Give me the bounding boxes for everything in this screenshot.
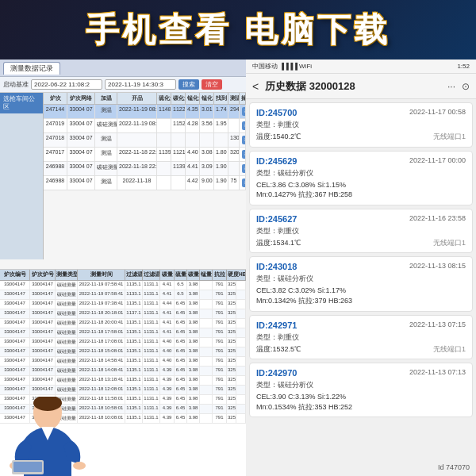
bottom-table-row[interactable]: 3300414733004147碳硅测量2022-11-18 20:00:411… — [0, 319, 246, 328]
bottom-td: 1131.1 — [143, 309, 160, 318]
td-v3: 4.35 — [186, 105, 200, 118]
bottom-td: 碳硅测量 — [56, 338, 78, 347]
bottom-td — [200, 386, 213, 394]
bottom-td: 3.98 — [187, 357, 200, 366]
record-card-1[interactable]: ID:245700 2022-11-17 00:58 类型：剥重仪 温度:154… — [249, 102, 473, 148]
bottom-td — [236, 300, 246, 309]
pc-toolbar: 测量数据记录 — [0, 60, 246, 77]
bottom-td: 6.45 — [175, 386, 187, 394]
bottom-td: 碳硅测量 — [56, 281, 78, 290]
bottom-td — [236, 414, 246, 423]
table-row[interactable]: 247019 33004 07 碳硅测量 2022-11-19 08:05:24… — [44, 119, 246, 133]
bottom-td — [236, 338, 246, 347]
bottom-td: 1131.1 — [143, 290, 160, 299]
record-card-2[interactable]: ID:245629 2022-11-17 00:00 类型：碳硅分析仪 CEL:… — [249, 151, 473, 205]
bottom-td: 33004147 — [30, 386, 56, 394]
td-v4: 3.01 — [200, 105, 214, 118]
more-icon[interactable]: ··· — [447, 81, 455, 92]
bottom-td: 3.98 — [187, 395, 200, 404]
th-v2: 碳化量 — [171, 93, 186, 104]
bottom-td: 6.45 — [175, 300, 187, 309]
side-menu-item-active[interactable]: 选抢车间公区 — [0, 93, 43, 113]
bottom-td: 325 — [227, 300, 236, 309]
bottom-td: 33004147 — [30, 338, 56, 347]
bottom-table-row[interactable]: 3300414733004147碳硅测量2022-11-19 07:58:411… — [0, 290, 246, 300]
table-row[interactable]: 246988 33004 07 测温 2022-11-18 4.42 9.00 … — [44, 176, 246, 190]
td-type: 测温 — [95, 105, 117, 118]
bottom-table-row[interactable]: 3300414733004147碳硅测量2022-11-18 14:08:411… — [0, 367, 246, 376]
bottom-td: 33004147 — [30, 367, 56, 375]
bottom-table-row[interactable]: 3300414733004147碳硅测量2022-11-18 17:58:011… — [0, 328, 246, 338]
bottom-td: 4.41 — [160, 328, 175, 337]
bottom-table-row[interactable]: 3300414733004147碳硅测量2022-11-19 07:38:411… — [0, 300, 246, 309]
bottom-td: 2022-11-19 07:58:41 — [78, 281, 125, 290]
filter-row: 启动基准 2022-06-22 11:08:2 2022-11-19 14:30… — [0, 77, 246, 93]
record-id-1: ID:245700 — [256, 108, 297, 117]
bottom-td: 6.45 — [175, 405, 187, 413]
record-date-5: 2022-11-13 07:15 — [409, 321, 466, 330]
bottom-td: 1133.1 — [125, 290, 143, 299]
bottom-td: 791 — [213, 414, 227, 423]
bottom-td — [200, 347, 213, 356]
record-values-6: CEL:3.90 C:3.13% Si:1.22% Mn:0.1534% 抗拉:… — [256, 392, 466, 412]
bottom-table-row[interactable]: 3300414733004147碳硅测量2022-11-18 20:18:011… — [0, 309, 246, 319]
search-button[interactable]: 搜索 — [178, 79, 199, 90]
bottom-td — [200, 357, 213, 366]
bottom-td: 791 — [213, 309, 227, 318]
bottom-td — [200, 290, 213, 299]
bottom-td: 791 — [213, 300, 227, 309]
table-row[interactable]: 246988 33004 07 碳硅测量 2022-11-18 22:33:39… — [44, 162, 246, 176]
bottom-td: 33004147 — [0, 309, 30, 318]
record-values-1: 温度:1540.2℃ 无线端口1 — [256, 132, 466, 142]
table-row[interactable]: 247144 33004 07 测温 2022-11-19 08:58:41 1… — [44, 105, 246, 119]
bottom-table-row[interactable]: 3300414733004147碳硅测量2022-11-18 14:58:411… — [0, 357, 246, 367]
bottom-td: 325 — [227, 386, 236, 394]
record-card-5[interactable]: ID:242971 2022-11-13 07:15 类型：剥重仪 温度:153… — [249, 315, 473, 360]
bottom-td: 325 — [227, 367, 236, 375]
clear-button[interactable]: 清空 — [202, 79, 222, 90]
bottom-td: 1135.1 — [125, 405, 143, 413]
bottom-td: 33004147 — [0, 328, 30, 337]
table-row[interactable]: 247018 33004 07 测温 1307.5 校准 — [44, 133, 246, 148]
bottom-td: 33004147 — [0, 319, 30, 328]
bottom-td: 2022-11-18 17:58:01 — [78, 328, 125, 337]
bottom-table-row[interactable]: 3300414733004147碳硅测量2022-11-18 15:08:011… — [0, 347, 246, 357]
bottom-td: 325 — [227, 414, 236, 423]
bottom-td: 33004147 — [0, 281, 30, 290]
bottom-td: 1131.1 — [143, 300, 160, 309]
bottom-td: 791 — [213, 405, 227, 413]
table-row[interactable]: 247017 33004 07 测温 2022-11-18 22:44:11 1… — [44, 148, 246, 162]
record-card-3[interactable]: ID:245627 2022-11-16 23:58 类型：剥重仪 温度:153… — [249, 209, 473, 254]
bottom-table-row[interactable]: 3300414733004147碳硅测量2022-11-18 12:08:011… — [0, 386, 246, 395]
back-button[interactable]: < — [252, 80, 259, 93]
bottom-table-row[interactable]: 3300414733004147碳硅测量2022-11-19 07:58:411… — [0, 281, 246, 290]
record-card-6[interactable]: ID:242970 2022-11-13 07:13 类型：碳硅分析仪 CEL:… — [249, 363, 473, 417]
filter-date-start[interactable]: 2022-06-22 11:08:2 — [31, 79, 102, 90]
td-id: 247144 — [44, 105, 67, 118]
td-date: 2022-11-19 08:58:41 — [117, 105, 157, 118]
td-v6: 294 — [228, 105, 240, 118]
filter-date-end[interactable]: 2022-11-19 14:30:3 — [105, 79, 176, 90]
th-type: 加温 — [95, 93, 117, 104]
bottom-table-row[interactable]: 3300414733004147碳硅测量2022-11-18 17:08:011… — [0, 338, 246, 347]
bottom-td: 6.45 — [175, 338, 187, 347]
bottom-td — [200, 319, 213, 328]
record-card-4[interactable]: ID:243018 2022-11-13 08:15 类型：碳硅分析仪 CEL:… — [249, 256, 473, 311]
left-panel: 测量数据记录 启动基准 2022-06-22 11:08:2 2022-11-1… — [0, 60, 246, 476]
bottom-td: 6.5 — [175, 290, 187, 299]
bottom-td: 4.41 — [160, 309, 175, 318]
bottom-td — [200, 414, 213, 423]
bottom-td: 33004147 — [30, 357, 56, 366]
bottom-table-row[interactable]: 3300414733004147碳硅测量2022-11-18 13:18:411… — [0, 376, 246, 386]
bottom-td: 33004147 — [0, 367, 30, 375]
tab-records[interactable]: 测量数据记录 — [3, 62, 60, 75]
settings-icon[interactable]: ⊙ — [462, 81, 470, 92]
bottom-td — [200, 376, 213, 385]
bottom-td — [236, 367, 246, 375]
bottom-td: 6.5 — [175, 281, 187, 290]
bottom-td: 碳硅测量 — [56, 300, 78, 309]
bottom-td: 791 — [213, 319, 227, 328]
record-values-5: 温度:1532.5℃ 无线端口1 — [256, 344, 466, 355]
bottom-td: 325 — [227, 405, 236, 413]
bottom-td: 791 — [213, 290, 227, 299]
